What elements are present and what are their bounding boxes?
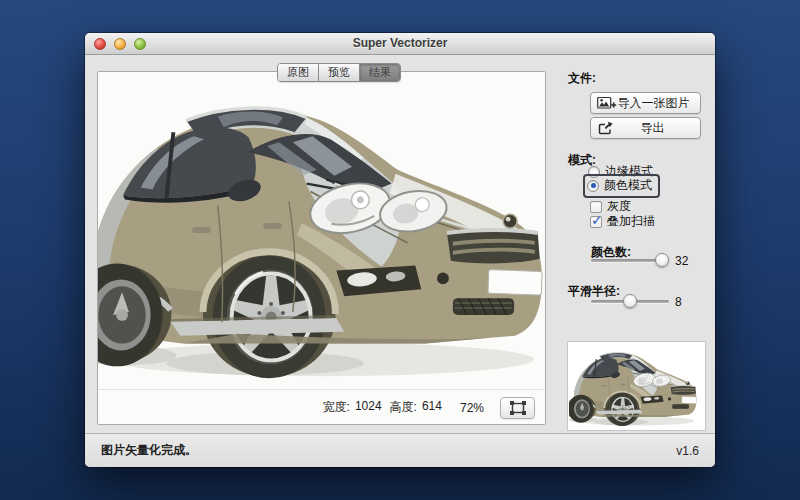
image-info-bar: 宽度: 1024 高度: 614 72%	[98, 391, 545, 424]
checkbox-overlay-scan[interactable]: 叠加扫描	[590, 213, 655, 230]
import-image-label: 导入一张图片	[617, 95, 700, 112]
height-label: 高度:	[390, 399, 417, 416]
fit-to-window-button[interactable]	[500, 397, 535, 419]
overlay-scan-label: 叠加扫描	[607, 213, 655, 230]
thumbnail-car-image	[569, 343, 704, 429]
color-mode-focus-ring: 颜色模式	[583, 174, 660, 198]
view-tabs: 原图 预览 结果	[277, 63, 401, 82]
radio-selected-icon[interactable]	[587, 180, 599, 192]
version-label: v1.6	[676, 444, 699, 458]
traffic-lights	[94, 38, 146, 50]
photo-plus-icon	[597, 96, 617, 110]
status-message: 图片矢量化完成。	[101, 442, 197, 459]
slider-thumb[interactable]	[655, 253, 669, 267]
tab-preview[interactable]: 预览	[319, 64, 360, 81]
export-button[interactable]: 导出	[590, 117, 701, 139]
checkbox-checked-icon[interactable]	[590, 216, 602, 228]
close-icon[interactable]	[94, 38, 106, 50]
zoom-icon[interactable]	[134, 38, 146, 50]
export-label: 导出	[615, 120, 700, 137]
window-content: 宽度: 1024 高度: 614 72%	[85, 56, 715, 433]
colors-count-slider[interactable]	[591, 253, 669, 267]
file-section-heading: 文件:	[568, 70, 596, 87]
smooth-radius-value: 8	[675, 295, 682, 309]
desktop: { "window": { "title": "Super Vectorizer…	[0, 0, 800, 500]
height-value: 614	[422, 399, 442, 416]
image-width: 宽度: 1024	[323, 399, 382, 416]
source-image-thumbnail[interactable]	[567, 341, 706, 431]
radio-color-label: 颜色模式	[604, 177, 652, 194]
radio-color-mode[interactable]: 颜色模式	[587, 177, 652, 194]
image-height: 高度: 614	[390, 399, 442, 416]
colors-count-value: 32	[675, 254, 688, 268]
share-arrow-icon	[597, 121, 615, 135]
app-window: Super Vectorizer 宽度: 1024 高度: 614 72%	[85, 33, 715, 467]
minimize-icon[interactable]	[114, 38, 126, 50]
status-bar: 图片矢量化完成。 v1.6	[85, 433, 715, 467]
vectorized-image-canvas[interactable]	[98, 72, 545, 390]
import-image-button[interactable]: 导入一张图片	[590, 92, 701, 114]
window-title: Super Vectorizer	[85, 33, 715, 54]
tab-result[interactable]: 结果	[360, 64, 400, 81]
smooth-radius-slider[interactable]	[591, 294, 669, 308]
preview-panel: 宽度: 1024 高度: 614 72%	[97, 71, 546, 425]
width-value: 1024	[355, 399, 382, 416]
slider-thumb[interactable]	[623, 294, 637, 308]
title-bar[interactable]: Super Vectorizer	[85, 33, 715, 55]
zoom-percentage: 72%	[460, 401, 484, 415]
fit-to-window-icon	[509, 401, 527, 415]
tab-original[interactable]: 原图	[278, 64, 319, 81]
vectorized-car-image	[98, 73, 545, 389]
width-label: 宽度:	[323, 399, 350, 416]
